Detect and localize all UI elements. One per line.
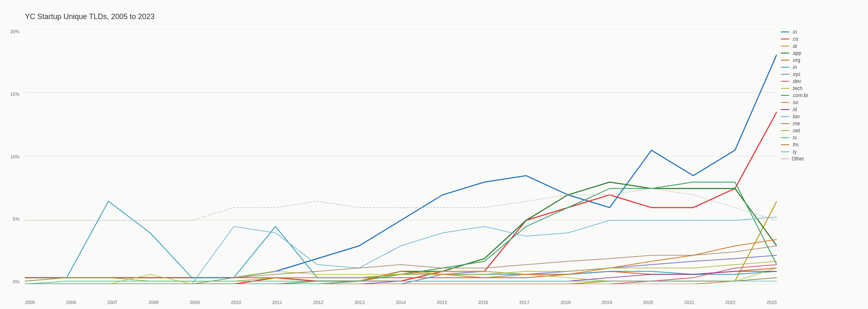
legend-label-combr: .com.br [792,92,808,98]
x-label-2012: 2012 [314,300,323,305]
legend-label-bio: .bio [792,114,800,119]
x-label-2019: 2019 [602,300,612,305]
y-label-10: 10% [10,154,19,159]
legend-item-io: .io [781,29,864,35]
legend-item-ly: .ly [781,149,864,155]
legend-line-combr [781,95,789,96]
x-label-2011: 2011 [272,300,282,305]
chart-container: YC Startup Unique TLDs, 2005 to 2023 20%… [0,0,868,309]
x-label-2016: 2016 [478,300,488,305]
chart-svg [25,29,777,284]
legend-line-tech [781,88,789,89]
x-label-2008: 2008 [148,300,158,305]
legend-label-id: .id [792,107,797,112]
legend-item-xyz: .xyz [781,71,864,77]
legend-line-net [781,130,789,131]
legend-line-ai [781,46,789,46]
legend-label-dev: .dev [792,78,801,84]
legend-line-fm [781,144,789,145]
x-label-2017: 2017 [519,300,529,305]
legend-line-ly [781,151,789,152]
legend-label-other: Other [792,156,804,162]
legend-label-org: .org [792,57,800,63]
legend-line-in [781,67,789,68]
chart-area [25,29,777,284]
x-label-2022: 2022 [725,300,735,305]
legend-label-tv: .tv [792,135,797,141]
legend-label-so: .so [792,100,798,105]
legend-label-xyz: .xyz [792,71,800,77]
legend: .io .co .ai .app .org .in .xyz .dev [781,29,864,162]
legend-label-ai: .ai [792,43,797,49]
legend-item-org: .org [781,57,864,63]
legend-line-me [781,123,789,124]
legend-label-io: .io [792,29,797,35]
legend-item-bio: .bio [781,114,864,119]
x-label-2007: 2007 [107,300,117,305]
legend-line-co [781,39,789,39]
legend-item-in: .in [781,64,864,70]
legend-item-tech: .tech [781,85,864,91]
x-label-2015: 2015 [437,300,447,305]
legend-item-so: .so [781,100,864,105]
x-label-2006: 2006 [66,300,76,305]
x-label-2023: 2023 [766,300,776,305]
x-axis-labels: 2005 2006 2007 2008 2009 2010 2011 2012 … [25,300,777,305]
legend-line-dev [781,81,789,82]
x-label-2009: 2009 [190,300,199,305]
y-label-0: 0% [13,279,19,284]
legend-item-app: .app [781,50,864,56]
legend-line-app [781,53,789,54]
x-label-2020: 2020 [643,300,653,305]
legend-line-xyz [781,74,789,75]
legend-label-ly: .ly [792,149,797,155]
x-label-2021: 2021 [684,300,694,305]
legend-item-tv: .tv [781,135,864,141]
legend-label-co: .co [792,36,798,42]
legend-item-other: Other [781,156,864,162]
legend-label-app: .app [792,50,801,56]
y-label-20: 20% [10,29,19,34]
y-label-5: 5% [13,217,19,221]
legend-line-id [781,109,789,110]
legend-line-tv [781,137,789,138]
legend-item-id: .id [781,107,864,112]
legend-line-bio [781,116,789,117]
legend-line-other [781,158,789,159]
legend-line-so [781,102,789,103]
legend-label-tech: .tech [792,85,802,91]
legend-item-me: .me [781,121,864,127]
legend-line-io [781,32,789,32]
x-label-2018: 2018 [561,300,571,305]
legend-item-combr: .com.br [781,92,864,98]
y-label-15: 15% [10,92,19,97]
x-label-2014: 2014 [396,300,406,305]
legend-item-dev: .dev [781,78,864,84]
legend-label-net: .net [792,128,800,134]
x-label-2005: 2005 [25,300,35,305]
legend-item-ai: .ai [781,43,864,49]
legend-item-co: .co [781,36,864,42]
chart-title: YC Startup Unique TLDs, 2005 to 2023 [25,12,155,21]
legend-label-me: .me [792,121,800,127]
legend-line-org [781,60,789,61]
x-label-2013: 2013 [355,300,365,305]
x-label-2010: 2010 [231,300,241,305]
legend-item-fm: .fm [781,142,864,148]
legend-label-in: .in [792,64,797,70]
y-axis-labels: 20% 15% 10% 5% 0% [0,29,23,284]
legend-item-net: .net [781,128,864,134]
legend-label-fm: .fm [792,142,799,148]
